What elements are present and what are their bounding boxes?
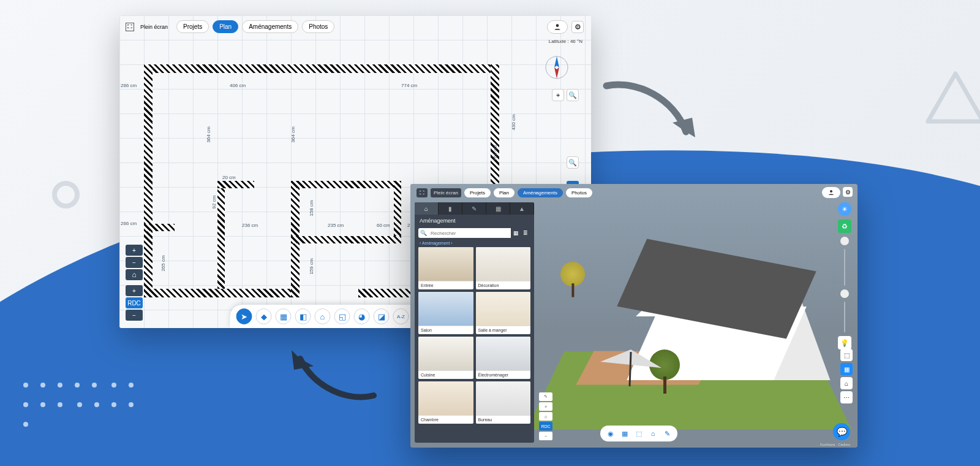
tab-amenagements[interactable]: Aménagements xyxy=(242,20,298,33)
furnishing-panel: ⌂ ▮ ✎ ▦ ▲ Aménagement 🔍 ▦ ≣ ‹ Aménagemen… xyxy=(415,202,534,443)
floor-home-button[interactable]: ⌂ xyxy=(539,412,552,421)
dim-label: 430 cm xyxy=(511,114,516,130)
top-tabbar: ⛶ Plein écran Projets Plan Aménagements … xyxy=(126,20,334,33)
dock-home-icon[interactable]: ⌂ xyxy=(647,428,658,439)
dim-label: 235 cm xyxy=(328,223,344,228)
compass-icon[interactable] xyxy=(544,55,570,80)
view-walk-button[interactable]: ⌂ xyxy=(840,377,853,389)
chat-button[interactable]: 💬 xyxy=(833,423,850,440)
light-button[interactable]: 💡 xyxy=(838,336,851,350)
gear-icon[interactable]: ⚙ xyxy=(571,21,584,33)
avatar-icon[interactable] xyxy=(547,20,568,34)
tab-projects[interactable]: Projets xyxy=(464,188,491,197)
search-input[interactable] xyxy=(428,231,511,236)
floor-minus-button[interactable]: − xyxy=(539,432,552,440)
category-card-chambre[interactable]: Chambre xyxy=(418,381,473,424)
dim-label: 159 cm xyxy=(309,258,314,274)
tool-3d[interactable]: ◱ xyxy=(334,308,350,324)
right-view-strip: ⬚ ▦ ⌂ ⋯ xyxy=(840,349,853,403)
fullscreen-icon[interactable]: ⛶ xyxy=(417,188,428,197)
view-top-button[interactable]: ▦ xyxy=(840,363,853,375)
fullscreen-label: Plein écran xyxy=(431,188,461,197)
dim-label: 158 cm xyxy=(309,200,314,216)
slider-handle[interactable] xyxy=(840,237,849,245)
panel-breadcrumb[interactable]: ‹ Aménagement › xyxy=(415,239,534,247)
floor-minus2-button[interactable]: − xyxy=(126,310,143,321)
tool-cursor[interactable]: ➤ xyxy=(236,308,252,324)
dim-label: 265 cm xyxy=(160,255,166,271)
category-card-electromenager[interactable]: Électroménager xyxy=(476,337,531,379)
category-card-salon[interactable]: Salon xyxy=(418,292,473,334)
svg-marker-6 xyxy=(554,67,559,78)
dim-label: 20 cm xyxy=(222,175,236,180)
search-icon: 🔍 xyxy=(418,228,428,238)
slider-track[interactable] xyxy=(844,249,845,286)
floor-plus-button[interactable]: + xyxy=(126,245,143,256)
panel-tab-paint-icon[interactable]: ✎ xyxy=(462,202,486,215)
furnish-3d-app-window: ⛶ Plein écran Projets Plan Aménagements … xyxy=(410,184,858,448)
floor-plus-button[interactable]: + xyxy=(539,402,552,411)
category-card-cuisine[interactable]: Cuisine xyxy=(418,337,473,379)
svg-point-3 xyxy=(556,24,559,27)
dim-label: 761 cm xyxy=(492,145,498,161)
view-grid-icon[interactable]: ▦ xyxy=(511,228,521,238)
zoom-in-button[interactable]: 🔍 xyxy=(567,89,579,101)
tab-amenagements[interactable]: Aménagements xyxy=(518,188,563,197)
dim-label: 286 cm xyxy=(121,83,137,88)
svg-line-8 xyxy=(630,352,631,386)
decor-ring xyxy=(52,181,80,208)
arrow-right-icon xyxy=(600,74,704,162)
svg-marker-5 xyxy=(554,56,559,67)
zoom-group: ⌖ 🔍 xyxy=(552,89,579,101)
dim-label: 92 cm xyxy=(211,196,217,209)
category-card-entree[interactable]: Entrée xyxy=(418,247,473,289)
floor-note-button[interactable]: ✎ xyxy=(539,392,552,401)
dock-grid-icon[interactable]: ▦ xyxy=(619,428,630,439)
category-grid: Entrée Décoration Salon Salle à manger C… xyxy=(415,247,534,424)
latitude-readout: Latitude : 46 °N xyxy=(549,39,582,44)
eco-button[interactable]: ♻ xyxy=(838,220,851,233)
tool-room[interactable]: ▦ xyxy=(276,308,292,324)
dock-edit-icon[interactable]: ✎ xyxy=(662,428,673,439)
view-iso-button[interactable]: ⬚ xyxy=(840,349,853,361)
floor-minus-button[interactable]: − xyxy=(126,257,143,268)
floor-rdc-button[interactable]: RDC xyxy=(126,297,143,308)
category-card-decoration[interactable]: Décoration xyxy=(476,247,531,289)
tool-eraser[interactable]: ◪ xyxy=(374,308,390,324)
floor-rdc-button[interactable]: RDC xyxy=(539,422,552,430)
tab-plan[interactable]: Plan xyxy=(213,20,238,33)
avatar-icon[interactable] xyxy=(822,187,840,198)
tool-slab[interactable]: ◧ xyxy=(295,308,311,324)
panel-tab-home-icon[interactable]: ⌂ xyxy=(415,202,439,215)
dock-section-icon[interactable]: ⬚ xyxy=(633,428,644,439)
gear-icon[interactable]: ⚙ xyxy=(843,187,853,197)
dock-orbit-icon[interactable]: ◉ xyxy=(605,428,616,439)
tool-color[interactable]: ◕ xyxy=(354,308,370,324)
panel-tab-roof-icon[interactable]: ▲ xyxy=(510,202,534,215)
svg-marker-1 xyxy=(673,118,695,137)
tab-photos[interactable]: Photos xyxy=(302,20,334,33)
zoom-fit-button[interactable]: 🔍 xyxy=(567,156,579,169)
fullscreen-icon[interactable]: ⛶ xyxy=(126,23,134,31)
panel-title: Aménagement xyxy=(415,215,534,227)
category-card-bureau[interactable]: Bureau xyxy=(476,381,531,424)
tab-photos[interactable]: Photos xyxy=(566,188,592,197)
floor-plus2-button[interactable]: + xyxy=(126,285,143,296)
tab-projects[interactable]: Projets xyxy=(176,20,209,33)
slider-handle[interactable] xyxy=(840,289,849,298)
panel-tab-grid-icon[interactable]: ▦ xyxy=(486,202,510,215)
weather-button[interactable]: ☀ xyxy=(838,202,851,216)
tab-plan[interactable]: Plan xyxy=(494,188,514,197)
dim-label: 774 cm xyxy=(401,83,417,88)
tool-label[interactable]: A-Z xyxy=(393,308,409,324)
view-list-icon[interactable]: ≣ xyxy=(521,228,530,238)
tool-layers[interactable]: ◆ xyxy=(256,308,272,324)
tool-roof[interactable]: ⌂ xyxy=(315,308,331,324)
slider-track[interactable] xyxy=(844,302,845,332)
floor-home-button[interactable]: ⌂ xyxy=(126,269,143,280)
category-card-salleamanger[interactable]: Salle à manger xyxy=(476,292,531,334)
panel-tab-wall-icon[interactable]: ▮ xyxy=(439,202,462,215)
svg-marker-0 xyxy=(928,74,980,121)
view-options-button[interactable]: ⋯ xyxy=(840,391,853,403)
zoom-target-button[interactable]: ⌖ xyxy=(552,89,564,101)
